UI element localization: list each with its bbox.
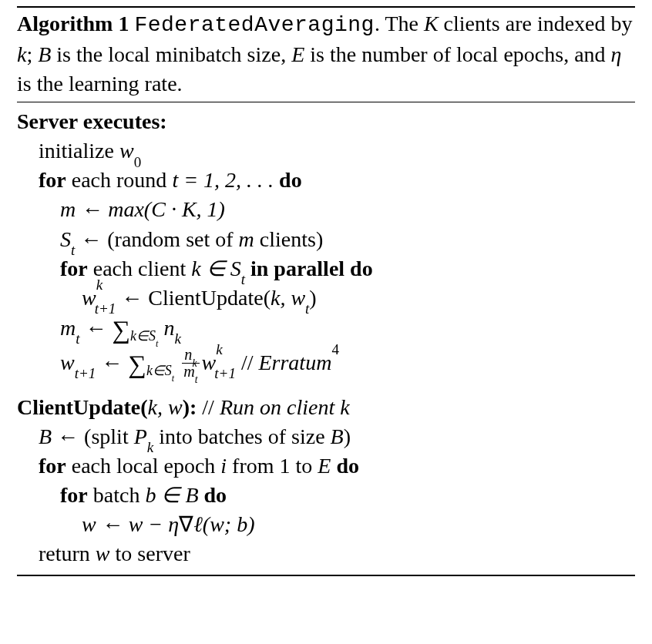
kw-do: do — [336, 454, 359, 478]
text: initialize — [39, 139, 119, 163]
line-for-round: for each round t = 1, 2, . . . do — [17, 166, 635, 195]
line-return: return w to server — [17, 539, 635, 569]
text: each round — [66, 168, 173, 192]
sub-k: k — [147, 439, 153, 455]
text: each local epoch — [66, 454, 221, 478]
var-w: w — [119, 139, 134, 163]
text: ) — [309, 286, 316, 310]
sub-t1: t+1 — [95, 300, 116, 317]
caption-eta: η — [611, 42, 622, 66]
math: t = 1, 2, . . . — [172, 168, 279, 192]
algorithm-body: Server executes: initialize w0 for each … — [17, 102, 635, 575]
text: k∈S — [130, 328, 156, 344]
cal-P: P — [134, 424, 147, 448]
ell: ℓ — [193, 512, 203, 536]
comment-sep: // — [197, 395, 220, 419]
sub-t1: t+1 — [75, 365, 96, 381]
line-for-client: for each client k ∈ St in parallel do — [17, 254, 635, 283]
sup-k: k — [216, 341, 222, 357]
sum-sub: k∈St — [130, 328, 158, 344]
kw-for: for — [60, 483, 88, 507]
line-w-aggregate: wt+1 ← ∑k∈St nk mt wkt+1 // Erratum4 — [17, 347, 635, 382]
text: ) — [344, 424, 351, 448]
caption-E: E — [291, 42, 304, 66]
math: k, w — [271, 286, 305, 310]
sigma-icon: ∑ — [128, 347, 146, 382]
line-for-batch: for batch b ∈ B do — [17, 481, 635, 510]
var-S: S — [60, 227, 71, 251]
client-heading: ClientUpdate(k, w): // Run on client k — [17, 393, 635, 422]
sub-t: t — [172, 373, 174, 384]
var-w: w — [60, 351, 75, 374]
text: ← ClientUpdate( — [116, 286, 271, 310]
var-n: n — [158, 316, 174, 340]
sub-k: k — [174, 330, 180, 347]
line-mt-sum: mt ← ∑k∈St nk — [17, 313, 635, 347]
math: m ← max( — [60, 197, 151, 221]
text: ← (random set of — [75, 227, 238, 251]
cal-B: B — [185, 483, 198, 507]
var-n: n — [184, 346, 192, 363]
sub-t: t — [305, 300, 309, 317]
sum-sub: k∈St — [146, 363, 174, 378]
server-heading: Server executes: — [17, 107, 635, 136]
text: batch — [88, 483, 146, 507]
sub-0: 0 — [134, 154, 142, 170]
sub-t: t — [195, 374, 198, 385]
text: ← (split — [52, 424, 134, 448]
line-client-update-call: wkt+1 ← ClientUpdate(k, wt) — [17, 283, 635, 313]
nabla-icon: ∇ — [179, 512, 193, 536]
kw-for: for — [60, 257, 88, 280]
line-grad-update: w ← w − η∇ℓ(w; b) — [17, 510, 635, 539]
line-m-assign: m ← max(C · K, 1) — [17, 195, 635, 224]
algorithm-label: Algorithm 1 — [17, 12, 129, 35]
caption-text: is the local minibatch size, — [51, 42, 291, 66]
text: from 1 to — [227, 454, 318, 478]
text: k∈S — [146, 363, 172, 378]
line-for-epoch: for each local epoch i from 1 to E do — [17, 451, 635, 481]
algorithm-caption: Algorithm 1 FederatedAveraging. The K cl… — [17, 8, 635, 102]
line-split-batches: B ← (split Pk into batches of size B) — [17, 422, 635, 451]
erratum-text: Erratum — [258, 351, 331, 374]
var-i: i — [220, 454, 227, 478]
sub-k: k — [192, 357, 197, 369]
var-w: w — [96, 542, 110, 565]
sigma-icon: ∑ — [113, 313, 131, 347]
fn-close: ): — [183, 395, 197, 419]
caption-k: k — [17, 42, 26, 66]
line-initialize: initialize w0 — [17, 136, 635, 166]
text: clients) — [254, 227, 323, 251]
math: C · K, 1) — [151, 197, 225, 221]
sup-k: k — [96, 277, 103, 293]
comment-text: Run on client k — [220, 395, 350, 419]
var-w: w — [82, 286, 96, 310]
caption-text: clients are indexed by — [439, 12, 633, 35]
math: b ∈ — [145, 483, 185, 507]
cal-B: B — [39, 424, 52, 448]
text: into batches of size — [153, 424, 330, 448]
kw-for: for — [39, 168, 66, 192]
text: ← — [80, 316, 113, 340]
sub-t: t — [76, 330, 79, 347]
var-B: B — [331, 424, 344, 448]
text: ← — [96, 351, 128, 374]
text: to server — [110, 542, 190, 565]
erratum-sup: 4 — [331, 341, 339, 357]
algorithm-block: Algorithm 1 FederatedAveraging. The K cl… — [17, 6, 635, 576]
math: (w; b) — [203, 512, 255, 536]
spacer — [17, 382, 635, 393]
algorithm-name: FederatedAveraging — [134, 13, 374, 37]
kw-do: do — [279, 168, 302, 192]
line-St-assign: St ← (random set of m clients) — [17, 225, 635, 254]
var-m: m — [60, 316, 76, 340]
caption-text: is the number of local epochs, and — [304, 42, 610, 66]
sub-t: t — [241, 271, 245, 287]
var-E: E — [318, 454, 336, 478]
math: k ∈ S — [191, 257, 240, 280]
server-heading-text: Server executes: — [17, 109, 167, 133]
text: each client — [88, 257, 191, 280]
caption-text: . The — [375, 12, 424, 35]
sub-t: t — [156, 338, 158, 349]
caption-K: K — [424, 12, 439, 35]
fraction: nk mt — [182, 347, 199, 379]
